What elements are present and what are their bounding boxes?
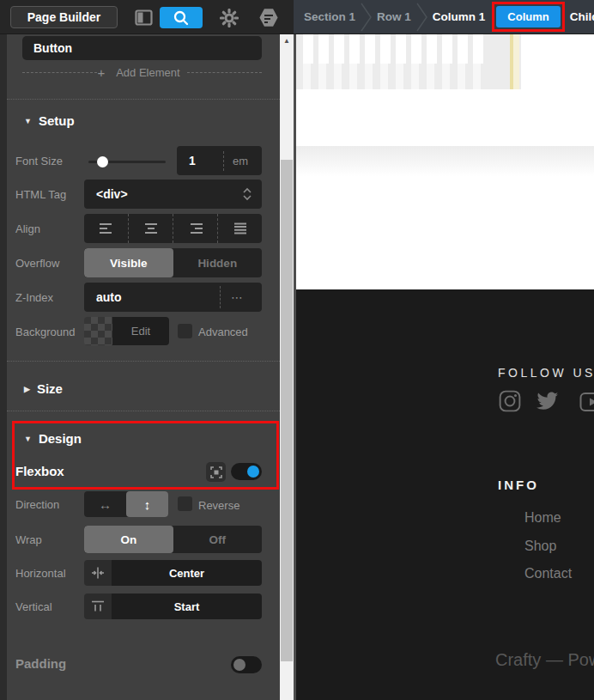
html-tag-select[interactable]: <div> — [84, 180, 262, 209]
vertical-value-button[interactable]: Start — [112, 593, 262, 619]
vertical-align-icon-button[interactable] — [84, 593, 112, 619]
youtube-icon — [579, 391, 594, 413]
font-size-slider[interactable] — [88, 161, 166, 163]
overflow-visible-button[interactable]: Visible — [84, 248, 173, 277]
footer-link-shop[interactable]: Shop — [524, 539, 556, 554]
wrap-off-button[interactable]: Off — [173, 526, 263, 553]
breadcrumb-row-1[interactable]: Row 1 — [377, 10, 411, 23]
inspector-panel: Button + Add Element ▼ Setup Font Size — [0, 34, 280, 700]
flexbox-toggle[interactable] — [231, 463, 262, 480]
vertical-row: Vertical Start — [0, 593, 280, 619]
wrap-group: On Off — [84, 526, 262, 553]
overflow-group: Visible Hidden — [84, 248, 262, 277]
add-element-button[interactable]: + Add Element — [22, 65, 262, 79]
background-label: Background — [15, 326, 75, 338]
direction-horizontal-button[interactable]: ↔ — [84, 491, 126, 517]
caret-down-icon: ▼ — [24, 117, 32, 125]
breadcrumb-section-1[interactable]: Section 1 — [304, 10, 355, 23]
wrap-on-button[interactable]: On — [84, 526, 173, 553]
twitter-icon — [536, 392, 559, 411]
info-heading: INFO — [498, 478, 539, 492]
layout-panel-button[interactable] — [129, 7, 158, 28]
horizontal-row: Horizontal Center — [0, 560, 280, 586]
background-swatch[interactable] — [84, 317, 112, 345]
instagram-link[interactable] — [499, 390, 521, 416]
align-center-icon — [143, 222, 159, 234]
background-advanced-checkbox[interactable] — [178, 324, 192, 338]
align-left-button[interactable] — [84, 214, 128, 243]
html-tag-value: <div> — [96, 187, 128, 201]
scrollbar-up-arrow[interactable]: ▲ — [280, 37, 294, 45]
wrap-label: Wrap — [15, 533, 42, 546]
align-center-button[interactable] — [128, 214, 173, 243]
instagram-icon — [499, 390, 521, 412]
youtube-link[interactable] — [579, 391, 594, 417]
horizontal-align-icon-button[interactable] — [84, 560, 112, 586]
font-size-label: Font Size — [15, 155, 63, 167]
background-edit-button[interactable]: Edit — [112, 317, 169, 345]
ellipsis-menu-button[interactable]: ⋯ — [220, 286, 244, 308]
size-title: Size — [37, 381, 63, 396]
chevron-separator-icon — [416, 2, 427, 33]
separator — [7, 99, 280, 100]
font-size-unit[interactable]: em — [223, 151, 248, 171]
focus-frame-icon — [210, 466, 222, 478]
chevron-separator-icon — [361, 2, 372, 33]
panel-scrollbar[interactable]: ▲ — [280, 34, 294, 700]
align-right-button[interactable] — [173, 214, 217, 243]
caret-down-icon: ▼ — [24, 435, 32, 443]
vertical-label: Vertical — [15, 600, 52, 613]
align-justify-button[interactable] — [217, 214, 262, 243]
dash-right — [187, 72, 262, 73]
settings-button[interactable] — [215, 7, 244, 28]
font-size-input[interactable] — [177, 154, 221, 167]
toggle-knob — [247, 466, 259, 478]
overflow-hidden-button[interactable]: Hidden — [173, 248, 263, 277]
z-index-row: Z-Index ⋯ — [0, 283, 280, 312]
flexbox-row: Flexbox — [0, 462, 280, 483]
site-footer: FOLLOW US INFO Home Shop Contact Crafty … — [296, 289, 594, 700]
horizontal-label: Horizontal — [15, 567, 66, 580]
section-header-design[interactable]: ▼ Design — [24, 431, 82, 446]
yellow-accent-line — [510, 34, 513, 89]
scrollbar-thumb[interactable] — [281, 160, 293, 661]
padding-toggle[interactable] — [231, 656, 262, 673]
section-header-setup[interactable]: ▼ Setup — [24, 113, 75, 128]
select-chevrons-icon — [243, 187, 252, 201]
main-area: Button + Add Element ▼ Setup Font Size — [0, 34, 594, 700]
column-tab-button[interactable]: Column — [496, 6, 560, 27]
section-header-size[interactable]: ▶ Size — [24, 381, 63, 396]
breadcrumb-children[interactable]: Children — [570, 10, 594, 23]
flexbox-focus-button[interactable] — [206, 462, 226, 482]
direction-group: ↔ ↕ — [84, 491, 168, 517]
html-tag-row: HTML Tag <div> — [0, 180, 280, 209]
preferences-button[interactable] — [254, 7, 283, 28]
flexbox-label: Flexbox — [15, 464, 64, 478]
separator — [7, 411, 280, 411]
element-card-button[interactable]: Button — [22, 36, 262, 60]
footer-link-contact[interactable]: Contact — [524, 566, 572, 581]
direction-reverse-checkbox[interactable] — [178, 496, 192, 511]
footer-link-home[interactable]: Home — [524, 510, 561, 526]
direction-vertical-button[interactable]: ↕ — [126, 491, 168, 517]
align-start-vertical-icon — [91, 600, 105, 612]
page-builder-app: Page Builder Section 1 Row 1 — [0, 0, 594, 700]
annotation-box-column: Column — [492, 2, 564, 32]
z-index-input[interactable] — [96, 290, 208, 304]
dash-left — [22, 72, 97, 73]
breadcrumb: Section 1 Row 1 Column 1 Column Children — [294, 0, 594, 33]
breadcrumb-column-1[interactable]: Column 1 — [433, 10, 486, 23]
setup-title: Setup — [39, 113, 75, 128]
toolbar: Page Builder — [0, 0, 294, 33]
align-center-horizontal-icon — [91, 567, 105, 579]
footer-credit: Crafty — Powe — [495, 650, 594, 670]
search-button[interactable] — [160, 7, 203, 28]
section-gradient — [296, 146, 594, 177]
horizontal-value-button[interactable]: Center — [112, 560, 262, 586]
add-element-label: Add Element — [116, 66, 179, 79]
slider-knob[interactable] — [97, 156, 108, 167]
page-builder-button[interactable]: Page Builder — [10, 6, 118, 28]
font-size-row: Font Size em — [0, 146, 280, 175]
wrap-row: Wrap On Off — [0, 526, 280, 553]
twitter-link[interactable] — [536, 392, 559, 415]
